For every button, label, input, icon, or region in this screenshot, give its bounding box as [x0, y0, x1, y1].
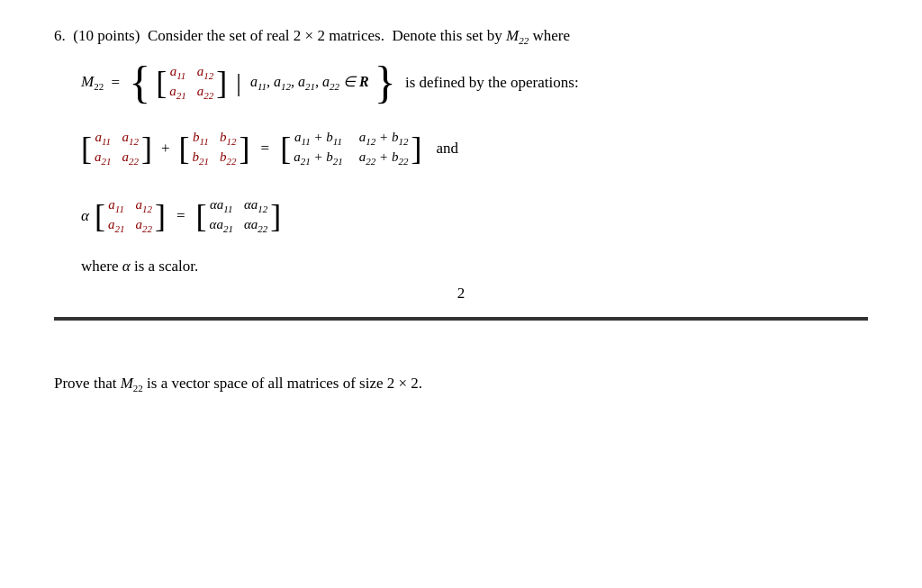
- a21: a21: [169, 84, 186, 101]
- set-matrix: [ a11 a12 a21 a22 ]: [156, 62, 227, 103]
- scalar-matrix: [ a11 a12 a21 a22 ]: [95, 195, 166, 236]
- scalar-equals: =: [176, 207, 185, 225]
- prove-statement: Prove that M22 is a vector space of all …: [54, 375, 868, 394]
- bottom-section: Prove that M22 is a vector space of all …: [0, 348, 922, 412]
- scalar-result-left-bracket: [: [196, 200, 207, 232]
- addition-operation: [ a11 a12 a21 a22 ] + [ b11 b12 b21 b22 …: [81, 128, 868, 168]
- sum-a11-b11: a11 + b11: [294, 130, 343, 147]
- scalar-result-right-bracket: ]: [270, 200, 281, 232]
- add-a22: a22: [122, 149, 140, 167]
- set-condition: a11, a12, a21, a22 ∈ R: [250, 73, 369, 92]
- page-top: 6. (10 points) Consider the set of real …: [0, 0, 922, 348]
- sum-a21-b21: a21 + b21: [294, 149, 343, 167]
- addition-matrix-a: [ a11 a12 a21 a22 ]: [81, 128, 152, 168]
- add-result-right-bracket: ]: [411, 132, 421, 165]
- scalar-a11: a11: [108, 197, 125, 214]
- problem-header: 6. (10 points) Consider the set of real …: [54, 27, 868, 46]
- a11: a11: [169, 64, 186, 81]
- equals-sign: =: [107, 74, 123, 92]
- and-text: and: [436, 140, 458, 158]
- add-b21: b21: [193, 149, 210, 167]
- alpha-a11: αa11: [210, 197, 233, 214]
- add-a21: a21: [95, 149, 112, 167]
- problem-number: 6.: [54, 27, 66, 44]
- sum-a22-b22: a22 + b22: [359, 149, 409, 167]
- scalar-a21: a21: [108, 217, 125, 234]
- set-matrix-entries: a11 a12 a21 a22: [167, 62, 216, 103]
- add-a-right-bracket: ]: [141, 132, 152, 165]
- scalar-operation: α [ a11 a12 a21 a22 ] = [ αa11 αa12 αa21…: [81, 195, 868, 236]
- alpha-a12: αa12: [244, 197, 267, 214]
- scalar-left-bracket: [: [95, 200, 105, 232]
- scalar-a22: a22: [135, 217, 152, 234]
- add-b12: b12: [220, 130, 237, 147]
- add-a-left-bracket: [: [81, 132, 92, 165]
- add-equals: =: [261, 140, 270, 158]
- problem-intro: Consider the set of real 2 × 2 matrices.…: [148, 27, 570, 44]
- addition-matrix-b: [ b11 b12 b21 b22 ]: [179, 128, 250, 168]
- matrix-left-bracket: [: [156, 67, 167, 99]
- add-b22: b22: [220, 149, 237, 167]
- m22-label: M22: [81, 73, 104, 92]
- vertical-bar: |: [236, 68, 241, 97]
- add-a11: a11: [95, 130, 112, 147]
- alpha-a21: αa21: [210, 217, 233, 234]
- is-defined-text: is defined by the operations:: [402, 74, 579, 92]
- scalar-result-entries: αa11 αa12 αa21 αa22: [207, 195, 271, 236]
- add-b-right-bracket: ]: [240, 132, 250, 165]
- scalar-right-bracket: ]: [155, 200, 166, 232]
- scalar-entries: a11 a12 a21 a22: [105, 195, 155, 236]
- a22: a22: [197, 84, 214, 101]
- matrix-right-bracket: ]: [216, 67, 227, 99]
- add-a-entries: a11 a12 a21 a22: [92, 128, 141, 168]
- scalar-a12: a12: [135, 197, 152, 214]
- page-divider: [54, 317, 868, 321]
- a12: a12: [197, 64, 214, 81]
- where-scalor-text: where α is a scalor.: [81, 258, 868, 276]
- add-b-left-bracket: [: [179, 132, 190, 165]
- problem-points: (10 points): [69, 27, 144, 44]
- page-number: 2: [54, 285, 868, 303]
- left-brace: {: [129, 62, 150, 103]
- add-result-left-bracket: [: [280, 132, 291, 165]
- scalar-result: [ αa11 αa12 αa21 αa22 ]: [196, 195, 282, 236]
- set-definition: M22 = { [ a11 a12 a21 a22 ] | a11, a12, …: [81, 62, 868, 103]
- alpha-prefix: α: [81, 207, 89, 225]
- add-b11: b11: [193, 130, 210, 147]
- add-b-entries: b11 b12 b21 b22: [190, 128, 240, 168]
- right-brace: }: [375, 62, 396, 103]
- addition-result: [ a11 + b11 a12 + b12 a21 + b21 a22 + b2…: [280, 128, 421, 168]
- alpha-a22: αa22: [244, 217, 267, 234]
- add-result-entries: a11 + b11 a12 + b12 a21 + b21 a22 + b22: [291, 128, 411, 168]
- add-a12: a12: [122, 130, 140, 147]
- plus-sign: +: [161, 140, 170, 158]
- sum-a12-b12: a12 + b12: [359, 130, 409, 147]
